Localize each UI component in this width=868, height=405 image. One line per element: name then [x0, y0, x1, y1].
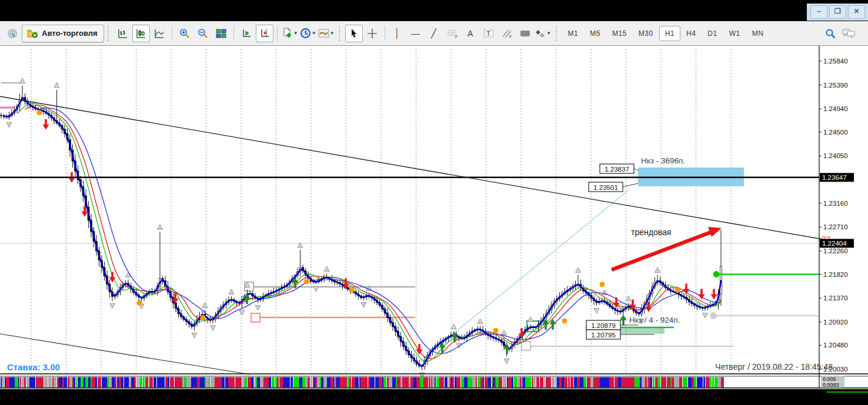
tile-windows-icon[interactable] [212, 25, 230, 42]
auto-scroll-icon[interactable] [238, 25, 255, 42]
orange-dot-icon [37, 110, 42, 115]
dropdown-caret-icon: ▼ [293, 31, 298, 36]
svg-text:1.20795: 1.20795 [591, 332, 616, 339]
svg-text:1.21820: 1.21820 [823, 271, 848, 278]
restore-button[interactable]: ❐ [829, 5, 846, 19]
zoom-in-icon[interactable] [176, 25, 193, 42]
dropdown-caret-icon: ▼ [312, 31, 316, 36]
orange-dot-icon [304, 279, 309, 284]
svg-text:T: T [486, 31, 490, 37]
dropdown-caret-icon: ▼ [546, 31, 551, 36]
svg-text:1.22404: 1.22404 [822, 240, 847, 247]
svg-text:1.20480: 1.20480 [823, 342, 848, 349]
text-label-icon[interactable]: T [480, 25, 498, 42]
toolbar-separator [277, 26, 278, 41]
orange-dot-icon [349, 287, 355, 293]
crosshair-icon[interactable] [363, 25, 381, 42]
svg-text:1.22260: 1.22260 [823, 247, 848, 255]
orange-dot-icon [600, 282, 605, 287]
toolbar-separator [233, 26, 234, 41]
svg-text:1.23501: 1.23501 [593, 184, 618, 191]
toolbar-separator [385, 26, 385, 41]
price-label-box: 1.23837 [600, 164, 638, 173]
timeframe-m30[interactable]: M30 [633, 26, 659, 41]
chart-canvas[interactable]: 1.238371.235011.208791.2079522Нкз - 3696… [0, 46, 868, 405]
svg-text:1.24050: 1.24050 [823, 152, 848, 159]
toolbar-separator [172, 26, 172, 41]
signal-icon[interactable] [4, 25, 21, 42]
timeframe-w1[interactable]: W1 [723, 26, 746, 41]
candlestick-chart-icon[interactable] [132, 25, 150, 42]
svg-text:1.20879: 1.20879 [591, 322, 616, 329]
svg-text:1.25390: 1.25390 [823, 82, 848, 89]
orange-dot-icon [137, 300, 142, 306]
auto-trading-icon [27, 29, 38, 38]
timeframe-group: M1M5M15M30H1H4D1W1MN [562, 26, 770, 41]
chat-icon[interactable] [840, 25, 857, 42]
text-icon[interactable]: A [462, 25, 479, 42]
new-template-icon[interactable]: ▼ [281, 25, 299, 42]
window-controls: – ❐ ✕ [807, 4, 868, 21]
svg-text:1.20920: 1.20920 [823, 319, 848, 326]
orange-dot-icon [675, 287, 680, 293]
toolbar-drag-handle [556, 26, 559, 41]
level-marker-dot [710, 312, 717, 319]
indicator-value: 0.005 [823, 376, 836, 382]
green-level-dot [713, 271, 720, 277]
shapes-icon[interactable] [516, 25, 534, 42]
svg-text:1.24500: 1.24500 [823, 129, 848, 136]
chart-window: 1.238371.235011.208791.2079522Нкз - 3696… [0, 46, 868, 405]
auto-trading-label: Авто-торговля [42, 29, 98, 38]
indicators-icon[interactable]: ▼ [318, 25, 335, 42]
zoom-out-icon[interactable] [194, 25, 212, 42]
chart-background [0, 46, 868, 405]
svg-text:1.24940: 1.24940 [823, 105, 848, 112]
svg-text:1.25840: 1.25840 [823, 58, 848, 65]
orange-dot-icon [562, 318, 567, 323]
periods-clock-icon[interactable]: ▼ [299, 25, 317, 42]
indicator-value: 0.0083 [823, 382, 839, 388]
timeframe-d1[interactable]: D1 [702, 26, 723, 41]
bars-chart-icon[interactable] [114, 25, 132, 42]
annotation-nkz-lower: Нкз / 4 - 924п. [629, 316, 680, 324]
close-button[interactable]: ✕ [848, 5, 865, 19]
horizontal-line-icon[interactable]: — [407, 25, 425, 42]
auto-trading-button[interactable]: Авто-торговля [22, 25, 104, 42]
minimize-button[interactable]: – [810, 5, 827, 19]
line-chart-icon[interactable] [151, 25, 168, 42]
timeframe-h1[interactable]: H1 [659, 26, 680, 41]
annotation-nkz-upper: Нкз - 3696п. [641, 156, 685, 165]
svg-text:1.23647: 1.23647 [822, 174, 847, 181]
cycle-lines-icon[interactable]: ▼ [535, 25, 552, 42]
toolbar-drag-handle [339, 26, 342, 41]
timeframe-m1[interactable]: M1 [562, 26, 585, 41]
svg-text:1.23160: 1.23160 [823, 200, 848, 207]
svg-text:1.23837: 1.23837 [605, 166, 629, 173]
dropdown-caret-icon: ▼ [330, 31, 335, 36]
stake-label: Ставка: 3.00 [7, 362, 60, 372]
trendline-icon[interactable]: ╱ [425, 25, 443, 42]
vertical-line-icon[interactable]: │ [389, 25, 406, 42]
orange-dot-icon [201, 315, 206, 320]
cursor-icon[interactable] [345, 25, 363, 42]
annotation-trend-label: трендовая [631, 227, 671, 237]
svg-text:1.22710: 1.22710 [823, 223, 848, 230]
svg-text:F: F [509, 35, 512, 39]
svg-text:F: F [455, 35, 458, 39]
chart-shift-icon[interactable] [256, 25, 273, 42]
timeframe-mn[interactable]: MN [746, 26, 770, 41]
toolbar: Авто-торговля ▼ ▼ ▼ │ [0, 21, 868, 46]
datetime-label: Четверг / 2019.08.22 - 18:45:48 [715, 362, 833, 371]
bottom-strip [0, 389, 868, 405]
orange-dot-icon [493, 328, 499, 333]
fibonacci-icon[interactable]: F [443, 25, 461, 42]
title-strip: – ❐ ✕ [0, 0, 868, 21]
timeframe-h4[interactable]: H4 [680, 26, 702, 41]
search-icon[interactable] [822, 25, 839, 42]
channels-icon[interactable]: F [498, 25, 516, 42]
timeframe-m5[interactable]: M5 [584, 26, 606, 41]
timeframe-m15[interactable]: M15 [606, 26, 633, 41]
svg-text:1.21370: 1.21370 [823, 294, 848, 302]
toolbar-drag-handle [108, 26, 111, 41]
